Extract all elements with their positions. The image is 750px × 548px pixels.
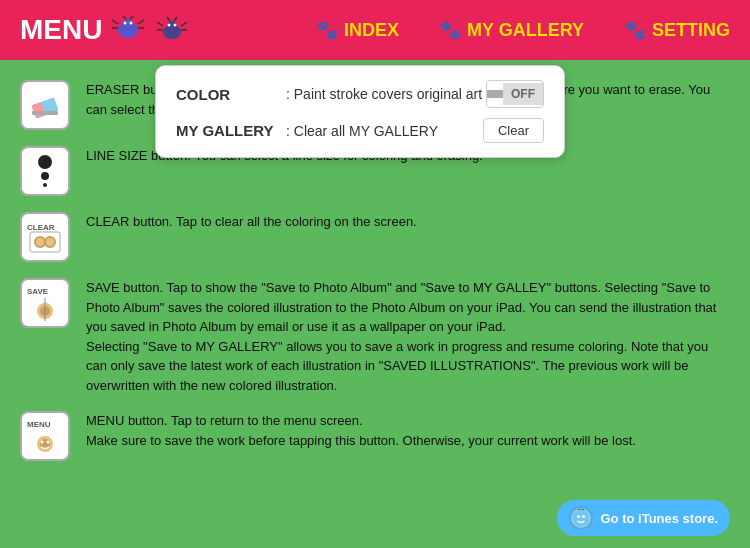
svg-point-13	[174, 24, 177, 27]
save-instruction: SAVE SAVE button. Tap to show the "Save …	[20, 278, 730, 395]
nav-items: 🐾 INDEX 🐾 MY GALLERY 🐾 SETTING	[316, 19, 730, 41]
menu-label: MENU	[20, 14, 102, 46]
save-icon-box: SAVE	[20, 278, 70, 328]
nav-index[interactable]: 🐾 INDEX	[316, 19, 399, 41]
nav-my-gallery[interactable]: 🐾 MY GALLERY	[439, 19, 584, 41]
svg-text:CLEAR: CLEAR	[27, 223, 55, 232]
color-key: COLOR	[176, 86, 286, 103]
svg-point-26	[36, 238, 44, 246]
clear-icon-box: CLEAR	[20, 212, 70, 262]
itunes-bubble[interactable]: Go to iTunes store.	[557, 500, 731, 536]
menu-text: MENU button. Tap to return to the menu s…	[86, 411, 730, 450]
svg-point-36	[41, 441, 44, 444]
gallery-setting-row: MY GALLERY : Clear all MY GALLERY Clear	[176, 118, 544, 143]
svg-point-40	[582, 515, 585, 518]
gallery-desc: : Clear all MY GALLERY	[286, 123, 483, 139]
svg-point-2	[124, 22, 127, 25]
eraser-icon	[27, 87, 63, 123]
svg-line-9	[130, 16, 133, 19]
nav-gallery-label: MY GALLERY	[467, 20, 584, 41]
color-desc: : Paint stroke covers original art	[286, 86, 486, 102]
svg-point-37	[47, 441, 50, 444]
svg-line-16	[181, 22, 187, 26]
toggle-on-label[interactable]	[487, 90, 503, 98]
svg-text:SAVE: SAVE	[27, 287, 49, 296]
dots-icon	[38, 155, 52, 187]
dot-medium	[41, 172, 49, 180]
svg-line-19	[174, 17, 177, 21]
linesize-icon-box	[20, 146, 70, 196]
paw-icon-setting: 🐾	[624, 19, 646, 41]
settings-popup: COLOR : Paint stroke covers original art…	[155, 65, 565, 158]
clear-text: CLEAR button. Tap to clear all the color…	[86, 212, 730, 232]
bug-icon-1	[110, 16, 146, 44]
nav-setting-label: SETTING	[652, 20, 730, 41]
color-setting-row: COLOR : Paint stroke covers original art…	[176, 80, 544, 108]
svg-line-18	[167, 17, 170, 21]
toggle-off-label[interactable]: OFF	[503, 83, 543, 105]
svg-text:MENU: MENU	[27, 420, 51, 429]
menu-icon: MENU	[25, 416, 65, 456]
clear-instruction: CLEAR CLEAR button. Tap to clear all the…	[20, 212, 730, 262]
dot-small	[43, 183, 47, 187]
svg-line-42	[578, 509, 579, 510]
svg-point-39	[577, 515, 580, 518]
eraser-icon-box	[20, 80, 70, 130]
menu-icon-box: MENU	[20, 411, 70, 461]
dot-large	[38, 155, 52, 169]
itunes-face-icon	[569, 506, 593, 530]
svg-point-38	[573, 510, 589, 526]
svg-line-6	[138, 20, 144, 24]
svg-line-43	[583, 509, 584, 510]
save-icon: SAVE	[25, 283, 65, 323]
svg-point-3	[130, 22, 133, 25]
paw-icon-gallery: 🐾	[439, 19, 461, 41]
itunes-link[interactable]: Go to iTunes store.	[557, 500, 731, 536]
save-text: SAVE button. Tap to show the "Save to Ph…	[86, 278, 730, 395]
nav-index-label: INDEX	[344, 20, 399, 41]
bug-icon-2	[154, 16, 190, 44]
svg-line-14	[157, 22, 163, 26]
svg-line-4	[112, 20, 118, 24]
paw-icon-index: 🐾	[316, 19, 338, 41]
menu-area: MENU	[20, 14, 190, 46]
clear-gallery-button[interactable]: Clear	[483, 118, 544, 143]
gallery-key: MY GALLERY	[176, 122, 286, 139]
svg-point-28	[46, 238, 54, 246]
nav-setting[interactable]: 🐾 SETTING	[624, 19, 730, 41]
itunes-label: Go to iTunes store.	[601, 511, 719, 526]
svg-line-8	[123, 16, 126, 19]
header: MENU 🐾	[0, 0, 750, 60]
menu-instruction: MENU MENU button. Tap to return to the m…	[20, 411, 730, 461]
clear-icon: CLEAR	[25, 217, 65, 257]
svg-point-12	[168, 24, 171, 27]
svg-rect-22	[32, 111, 58, 115]
color-toggle[interactable]: OFF	[486, 80, 544, 108]
